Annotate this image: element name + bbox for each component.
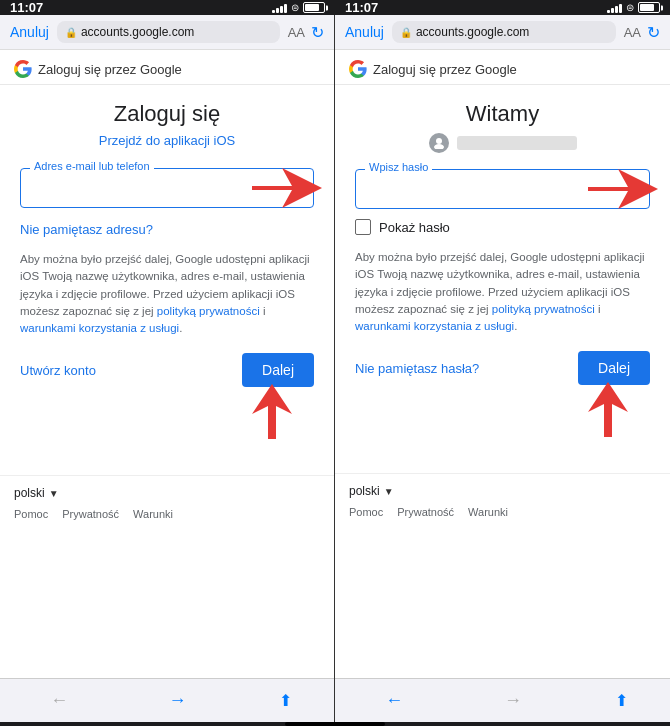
signal-bars-right: [607, 3, 622, 13]
lock-icon-left: 🔒: [65, 27, 77, 38]
show-password-checkbox[interactable]: [355, 219, 371, 235]
forward-btn-left[interactable]: →: [160, 686, 194, 715]
home-indicator: [0, 722, 670, 726]
description-left: Aby można było przejść dalej, Google udo…: [20, 251, 314, 337]
svg-marker-5: [588, 382, 628, 437]
wifi-icon-left: ⊜: [291, 2, 299, 13]
reload-button-left[interactable]: ↻: [311, 23, 324, 42]
bottom-nav-left: ← → ⬆: [0, 678, 334, 722]
page-subtitle-left: Przejdź do aplikacji iOS: [20, 133, 314, 148]
description-right: Aby można było przejść dalej, Google udo…: [355, 249, 650, 335]
home-bar: [285, 722, 385, 726]
email-label: Adres e-mail lub telefon: [30, 160, 154, 172]
language-arrow-right: ▼: [384, 486, 394, 497]
lock-icon-right: 🔒: [400, 27, 412, 38]
action-row-right: Nie pamiętasz hasła? Dalej: [355, 351, 650, 385]
forgot-password-link[interactable]: Nie pamiętasz hasła?: [355, 361, 479, 376]
page-title-right: Witamy: [355, 101, 650, 127]
share-btn-left[interactable]: ⬆: [279, 691, 292, 710]
cancel-button-left[interactable]: Anuluj: [10, 24, 49, 40]
footer-help-left[interactable]: Pomoc: [14, 508, 48, 520]
create-account-link[interactable]: Utwórz konto: [20, 363, 96, 378]
footer-links-left: Pomoc Prywatność Warunki: [14, 508, 320, 520]
language-row-left: polski ▼: [14, 486, 320, 500]
svg-marker-4: [588, 169, 658, 209]
share-btn-right[interactable]: ⬆: [615, 691, 628, 710]
signal-bar-r2: [611, 8, 614, 13]
forgot-address-link[interactable]: Nie pamiętasz adresu?: [20, 222, 314, 237]
browser-actions-right: AA ↻: [624, 23, 660, 42]
action-row-left: Utwórz konto Dalej: [20, 353, 314, 387]
footer-left: polski ▼ Pomoc Prywatność Warunki: [0, 475, 334, 526]
terms-link-right[interactable]: warunkami korzystania z usługi: [355, 320, 514, 332]
arrow-to-dalej: [252, 384, 292, 439]
language-arrow-left: ▼: [49, 488, 59, 499]
signal-bar-r1: [607, 10, 610, 13]
google-header-right: Zaloguj się przez Google: [335, 50, 670, 85]
bottom-nav-right: ← → ⬆: [335, 678, 670, 722]
footer-right: polski ▼ Pomoc Prywatność Warunki: [335, 473, 670, 524]
footer-terms-left[interactable]: Warunki: [133, 508, 173, 520]
next-button-left[interactable]: Dalej: [242, 353, 314, 387]
signal-bars-left: [272, 3, 287, 13]
url-text-right: accounts.google.com: [416, 25, 529, 39]
footer-terms-right[interactable]: Warunki: [468, 506, 508, 518]
back-btn-left[interactable]: ←: [42, 686, 76, 715]
language-label-right: polski: [349, 484, 380, 498]
user-row: [355, 133, 650, 153]
browser-bar-left: Anuluj 🔒 accounts.google.com AA ↻: [0, 15, 334, 50]
footer-help-right[interactable]: Pomoc: [349, 506, 383, 518]
status-time-right: 11:07: [345, 0, 378, 15]
user-avatar: [429, 133, 449, 153]
show-password-row: Pokaż hasło: [355, 219, 650, 235]
google-header-text-left: Zaloguj się przez Google: [38, 62, 182, 77]
arrow-to-password: [588, 169, 658, 209]
signal-bar-4: [284, 4, 287, 13]
url-bar-left[interactable]: 🔒 accounts.google.com: [57, 21, 280, 43]
page-content-left: Zaloguj się przez Google Zaloguj się Prz…: [0, 50, 334, 678]
aa-button-right[interactable]: AA: [624, 25, 641, 40]
reload-button-right[interactable]: ↻: [647, 23, 660, 42]
form-area-left: Zaloguj się Przejdź do aplikacji iOS Adr…: [0, 85, 334, 415]
signal-bar-r3: [615, 6, 618, 13]
google-logo-right: [349, 60, 367, 78]
wifi-icon-right: ⊜: [626, 2, 634, 13]
svg-point-2: [436, 138, 442, 144]
aa-button-left[interactable]: AA: [288, 25, 305, 40]
footer-privacy-right[interactable]: Prywatność: [397, 506, 454, 518]
password-label: Wpisz hasło: [365, 161, 432, 173]
google-logo-left: [14, 60, 32, 78]
back-btn-right[interactable]: ←: [377, 686, 411, 715]
url-bar-right[interactable]: 🔒 accounts.google.com: [392, 21, 616, 43]
cancel-button-right[interactable]: Anuluj: [345, 24, 384, 40]
battery-left: [303, 2, 325, 13]
language-row-right: polski ▼: [349, 484, 656, 498]
left-screen: Anuluj 🔒 accounts.google.com AA ↻ Zalo: [0, 15, 335, 722]
signal-bar-3: [280, 6, 283, 13]
footer-links-right: Pomoc Prywatność Warunki: [349, 506, 656, 518]
language-label-left: polski: [14, 486, 45, 500]
arrow-to-dalej-right: [588, 382, 628, 437]
google-header-text-right: Zaloguj się przez Google: [373, 62, 517, 77]
privacy-link-right[interactable]: polityką prywatności: [492, 303, 595, 315]
signal-bar-r4: [619, 4, 622, 13]
status-icons-right: ⊜: [607, 2, 660, 13]
forward-btn-right[interactable]: →: [496, 686, 530, 715]
page-content-right: Zaloguj się przez Google Witamy: [335, 50, 670, 678]
google-header-left: Zaloguj się przez Google: [0, 50, 334, 85]
person-icon: [433, 137, 445, 149]
user-email-mask: [457, 136, 577, 150]
svg-point-3: [434, 144, 444, 149]
svg-marker-1: [252, 384, 292, 439]
url-text-left: accounts.google.com: [81, 25, 194, 39]
status-time-left: 11:07: [10, 0, 43, 15]
browser-bar-right: Anuluj 🔒 accounts.google.com AA ↻: [335, 15, 670, 50]
next-button-right[interactable]: Dalej: [578, 351, 650, 385]
form-area-right: Witamy Wpisz hasło: [335, 85, 670, 413]
privacy-link-left[interactable]: polityką prywatności: [157, 305, 260, 317]
browser-actions-left: AA ↻: [288, 23, 324, 42]
terms-link-left[interactable]: warunkami korzystania z usługi: [20, 322, 179, 334]
signal-bar-2: [276, 8, 279, 13]
footer-privacy-left[interactable]: Prywatność: [62, 508, 119, 520]
svg-marker-0: [252, 168, 322, 208]
